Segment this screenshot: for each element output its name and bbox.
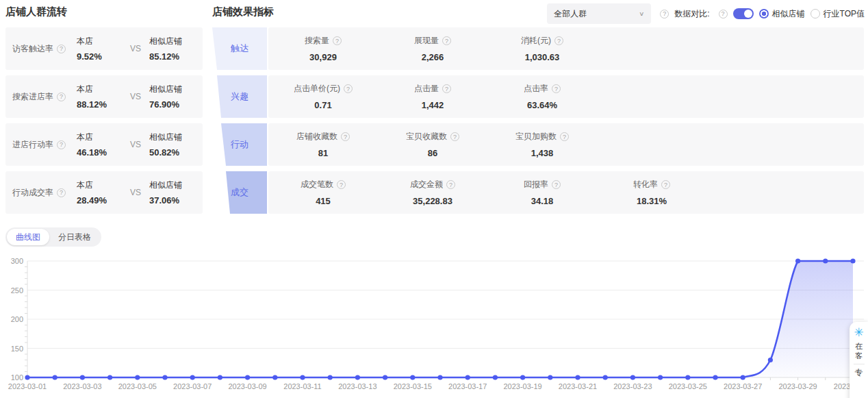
series-point[interactable] [823,258,828,263]
help-icon[interactable]: ? [57,188,66,197]
own-store-value: 28.49% [77,195,122,206]
series-point[interactable] [383,375,387,380]
series-point[interactable] [190,375,195,380]
peer-store-value: 85.12% [149,51,194,62]
svg-text:2023-03-27: 2023-03-27 [724,382,762,390]
series-point[interactable] [328,375,333,380]
radio-similar-store[interactable]: 相似店铺 [759,8,805,20]
audience-select[interactable]: 全部人群 ∨ [547,3,651,24]
series-point[interactable] [437,375,442,380]
series-point[interactable] [410,375,415,380]
series-point[interactable] [300,375,305,380]
series-point[interactable] [107,375,112,380]
chart-grid [27,261,864,377]
help-icon[interactable]: ? [442,36,451,45]
series-point[interactable] [493,375,498,380]
compare-toggle[interactable] [733,8,754,19]
effect-row-deal: 成交 成交笔数? 415 成交金额? 35,228.83 回报率? 34.18 … [212,171,864,214]
series-point[interactable] [25,375,29,380]
svg-text:2023-03-25: 2023-03-25 [669,382,707,390]
flow-row-entry-action: 进店行动率 ? 本店 46.18% VS 相似店铺 50.82% [5,123,203,166]
svg-text:200: 200 [11,315,23,323]
svg-text:2023-03-03: 2023-03-03 [63,382,101,390]
peer-store-label: 相似店铺 [149,179,194,191]
toggle-knob [744,10,752,18]
metric-cpc: 点击单价(元)? 0.71 [268,83,378,110]
help-icon[interactable]: ? [442,84,451,93]
svg-text:2023-03-09: 2023-03-09 [228,382,266,390]
series-point[interactable] [53,375,58,380]
metric-conversion-rate: 转化率? 18.31% [597,179,706,206]
series-point[interactable] [80,375,85,380]
own-store-label: 本店 [77,179,122,191]
peer-store-label: 相似店铺 [149,36,194,47]
help-icon[interactable]: ? [333,36,342,45]
svg-text:2023-03-01: 2023-03-01 [8,382,47,390]
help-icon[interactable]: ? [341,132,350,141]
help-icon[interactable]: ? [344,84,353,93]
help-icon[interactable]: ? [560,132,569,141]
series-point[interactable] [795,258,800,263]
help-icon[interactable]: ? [57,92,66,101]
peer-store-label: 相似店铺 [149,132,194,143]
help-icon[interactable]: ? [450,132,459,141]
series-point[interactable] [218,375,222,380]
metric-ctr: 点击率? 63.64% [487,83,597,110]
help-icon[interactable]: ? [446,180,455,189]
effect-metrics-panel: 触达 搜索量? 30,929 展现量? 2,266 消耗(元)? 1,030.6… [212,27,864,219]
flow-metric-label: 进店行动率 [12,139,53,151]
help-icon[interactable]: ? [554,36,563,45]
series-point[interactable] [850,258,855,263]
series-point[interactable] [575,375,580,380]
help-icon[interactable]: ? [552,84,561,93]
series-point[interactable] [520,375,525,380]
vs-label: VS [122,140,149,149]
panel-controls: 全部人群 ∨ ? 数据对比: ? 相似店铺 行业TOP值 [547,3,865,24]
flow-row-action-deal: 行动成交率 ? 本店 28.49% VS 相似店铺 37.06% [5,171,203,214]
series-point[interactable] [162,375,167,380]
chart-tabs: 曲线图 分日表格 [5,227,101,247]
help-icon[interactable]: ? [337,180,346,189]
effect-row-interest: 兴趣 点击单价(元)? 0.71 点击量? 1,442 点击率? 63.64% [212,75,864,118]
funnel-stage-interest: 兴趣 [212,75,267,118]
funnel-stage-action: 行动 [212,123,267,166]
series-point[interactable] [548,375,552,380]
series-point[interactable] [272,375,277,380]
radio-industry-top[interactable]: 行业TOP值 [810,8,865,20]
effect-row-reach: 触达 搜索量? 30,929 展现量? 2,266 消耗(元)? 1,030.6… [212,27,864,70]
svg-text:300: 300 [11,257,23,265]
help-icon[interactable]: ? [661,180,670,189]
metric-item-favorites: 宝贝收藏数? 86 [378,131,487,158]
radio-similar-store-label: 相似店铺 [772,8,805,20]
series-point[interactable] [630,375,635,380]
svg-text:2023-03-13: 2023-03-13 [338,382,376,390]
funnel-stage-reach: 触达 [212,27,267,70]
series-point[interactable] [768,358,773,362]
series-point[interactable] [685,375,690,380]
series-point[interactable] [603,375,608,380]
audience-select-value: 全部人群 [554,8,587,20]
series-point[interactable] [245,375,250,380]
tab-line-chart[interactable]: 曲线图 [7,229,49,245]
help-icon[interactable]: ? [57,140,66,149]
series-point[interactable] [135,375,140,380]
series-point[interactable] [355,375,360,380]
series-point[interactable] [713,375,717,380]
series-point[interactable] [658,375,663,380]
funnel-stage-deal: 成交 [212,171,267,214]
series-point[interactable] [465,375,470,380]
customer-service-widget[interactable]: ✳ 在客 专 [850,322,868,398]
metric-spend: 消耗(元)? 1,030.63 [487,35,597,62]
svg-text:2023-03-21: 2023-03-21 [559,382,597,390]
flow-metric-label: 行动成交率 [12,187,53,199]
own-store-label: 本店 [77,36,122,47]
help-icon[interactable]: ? [57,45,66,53]
trend-chart-svg: 1001502002503002023-03-012023-03-032023-… [0,253,868,398]
crowd-flow-panel: 访客触达率 ? 本店 9.52% VS 相似店铺 85.12% 搜索进店率 ? … [5,27,203,219]
help-icon[interactable]: ? [660,10,669,18]
radio-selected-icon [759,9,769,18]
help-icon[interactable]: ? [719,10,728,18]
series-point[interactable] [741,375,745,380]
help-icon[interactable]: ? [552,180,561,189]
tab-daily-table[interactable]: 分日表格 [49,229,100,245]
